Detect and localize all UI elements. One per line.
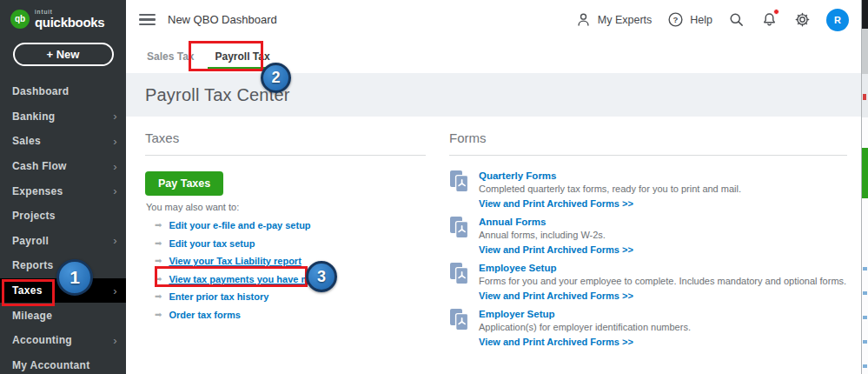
tax-link[interactable]: View your Tax Liability report <box>169 256 301 266</box>
tax-link[interactable]: Enter prior tax history <box>169 291 268 302</box>
quickbooks-brand-label: quickbooks <box>35 16 104 29</box>
pay-taxes-button[interactable]: Pay Taxes <box>145 171 223 196</box>
tab-sales-tax[interactable]: Sales Tax <box>145 50 195 63</box>
avatar[interactable]: R <box>826 9 849 31</box>
sidebar-item-label: Taxes <box>12 284 43 297</box>
my-experts-button[interactable]: My Experts <box>574 10 653 29</box>
intuit-brand-label: intuit <box>35 9 104 15</box>
sidebar-item[interactable]: Taxes › <box>0 278 126 304</box>
tab-bar: Sales Tax Payroll Tax <box>126 39 861 73</box>
person-icon <box>574 10 593 29</box>
qb-logo-icon: qb <box>10 10 30 29</box>
window-edge-sliver <box>861 0 868 374</box>
pdf-forms-icon <box>449 216 470 240</box>
sidebar-item[interactable]: Dashboard <box>0 79 126 104</box>
notification-dot <box>773 9 779 15</box>
taxes-links: ➡ Edit your e-file and e-pay setup ➡ Edi… <box>145 217 426 324</box>
sidebar-item[interactable]: Cash Flow › <box>0 154 126 179</box>
sidebar-item[interactable]: Sales › <box>0 129 126 154</box>
chevron-right-icon: › <box>113 184 117 197</box>
form-item: Employer Setup Application(s) for employ… <box>449 308 847 347</box>
tax-link-row: ➡ View tax payments you have made <box>145 270 426 289</box>
forms-list: Quarterly Forms Completed quarterly tax … <box>449 170 847 347</box>
view-archived-forms-link[interactable]: View and Print Archived Forms >> <box>479 336 633 349</box>
view-archived-forms-link[interactable]: View and Print Archived Forms >> <box>479 290 633 303</box>
tax-link-row: ➡ Enter prior tax history <box>145 288 426 306</box>
notifications-button[interactable] <box>760 10 779 29</box>
taxes-section: Taxes Pay Taxes You may also want to: ➡ … <box>145 117 426 324</box>
hamburger-menu-icon[interactable] <box>139 14 156 26</box>
tax-link-row: ➡ Edit your tax setup <box>145 235 426 253</box>
chevron-right-icon: › <box>113 135 117 148</box>
chevron-right-icon: › <box>113 110 117 123</box>
help-button[interactable]: ? Help <box>666 10 712 29</box>
pdf-forms-icon <box>449 262 470 286</box>
view-archived-forms-link[interactable]: View and Print Archived Forms >> <box>479 197 633 210</box>
chevron-right-icon: › <box>113 334 117 347</box>
sidebar-item[interactable]: Expenses › <box>0 178 126 204</box>
form-title-link[interactable]: Quarterly Forms <box>479 170 741 183</box>
sidebar-item-label: Sales <box>12 135 41 147</box>
new-button[interactable]: + New <box>13 43 114 66</box>
my-experts-label: My Experts <box>598 14 653 26</box>
chevron-right-icon: › <box>113 284 117 297</box>
divider <box>145 155 426 156</box>
view-archived-forms-link[interactable]: View and Print Archived Forms >> <box>479 244 633 257</box>
form-title-link[interactable]: Employee Setup <box>479 262 846 275</box>
form-description: Completed quarterly tax forms, ready for… <box>479 183 741 196</box>
chevron-right-icon: › <box>113 160 117 173</box>
content-area: Taxes Pay Taxes You may also want to: ➡ … <box>126 117 861 374</box>
taxes-intro-text: You may also want to: <box>146 201 426 213</box>
tax-link-row: ➡ Edit your e-file and e-pay setup <box>145 217 426 235</box>
sidebar-item[interactable]: Payroll › <box>0 229 126 254</box>
form-title-link[interactable]: Annual Forms <box>479 216 633 229</box>
help-icon: ? <box>666 10 685 29</box>
form-item: Annual Forms Annual forms, including W-2… <box>449 216 847 255</box>
page-title: Payroll Tax Center <box>145 85 290 105</box>
arrow-right-icon: ➡ <box>155 221 162 230</box>
sidebar-item-label: Cash Flow <box>12 160 67 172</box>
sidebar-item-label: Accounting <box>12 334 72 346</box>
divider <box>449 155 847 156</box>
arrow-right-icon: ➡ <box>155 239 162 248</box>
sidebar-item[interactable]: Accounting › <box>0 328 126 353</box>
forms-section: Forms <box>449 117 847 347</box>
page-title-band: Payroll Tax Center <box>126 73 861 117</box>
forms-heading: Forms <box>449 130 847 145</box>
sidebar: qb intuit quickbooks + New Dashboard Ban… <box>0 0 126 374</box>
sidebar-item[interactable]: Reports <box>0 253 126 278</box>
sidebar-item[interactable]: My Accountant <box>0 353 126 374</box>
form-description: Annual forms, including W-2s. <box>479 229 633 242</box>
sidebar-item-label: Mileage <box>12 310 52 322</box>
taxes-heading: Taxes <box>145 130 426 145</box>
arrow-right-icon: ➡ <box>155 275 162 284</box>
sidebar-item-label: Reports <box>12 259 53 271</box>
sidebar-item[interactable]: Projects <box>0 204 126 229</box>
tax-link-row: ➡ View your Tax Liability report <box>145 252 426 270</box>
sidebar-item[interactable]: Banking › <box>0 104 126 130</box>
sidebar-item[interactable]: Mileage <box>0 303 126 328</box>
svg-text:?: ? <box>673 15 679 24</box>
sidebar-item-label: Dashboard <box>12 85 69 97</box>
sidebar-nav: Dashboard Banking › Sales › Cash Flow › <box>0 79 126 374</box>
gear-icon[interactable] <box>793 10 812 29</box>
app-window: qb intuit quickbooks + New Dashboard Ban… <box>0 0 868 374</box>
sidebar-item-label: Payroll <box>12 235 49 247</box>
form-description: Application(s) for employer identificati… <box>479 321 691 334</box>
dashboard-title: New QBO Dashboard <box>168 13 277 26</box>
tax-link[interactable]: Edit your tax setup <box>169 238 255 249</box>
pdf-forms-icon <box>449 170 470 194</box>
chevron-right-icon: › <box>113 234 117 247</box>
tab-payroll-tax[interactable]: Payroll Tax <box>213 50 271 63</box>
form-item: Quarterly Forms Completed quarterly tax … <box>449 170 847 209</box>
form-item: Employee Setup Forms for you and your em… <box>449 262 847 301</box>
search-icon[interactable] <box>727 10 745 29</box>
quickbooks-logo: qb intuit quickbooks <box>0 0 126 29</box>
tax-link-row: ➡ Order tax forms <box>145 306 426 324</box>
arrow-right-icon: ➡ <box>155 311 162 319</box>
tax-link[interactable]: View tax payments you have made <box>169 274 326 284</box>
tax-link[interactable]: Order tax forms <box>169 310 241 320</box>
arrow-right-icon: ➡ <box>155 292 162 301</box>
tax-link[interactable]: Edit your e-file and e-pay setup <box>169 220 310 230</box>
form-title-link[interactable]: Employer Setup <box>479 308 691 321</box>
